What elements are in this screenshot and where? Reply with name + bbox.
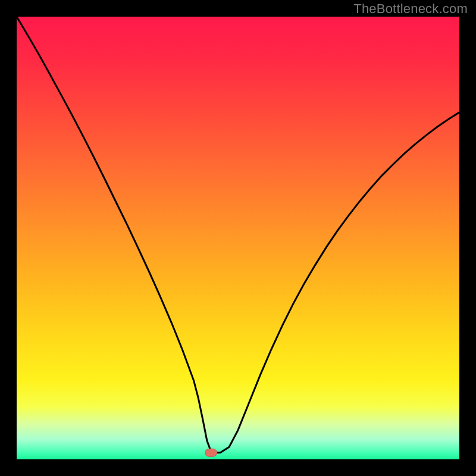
watermark-text: TheBottleneck.com xyxy=(353,1,468,17)
bottleneck-chart xyxy=(0,0,476,476)
chart-container: TheBottleneck.com xyxy=(0,0,476,476)
plot-area xyxy=(17,17,459,459)
current-point-marker xyxy=(205,449,217,456)
